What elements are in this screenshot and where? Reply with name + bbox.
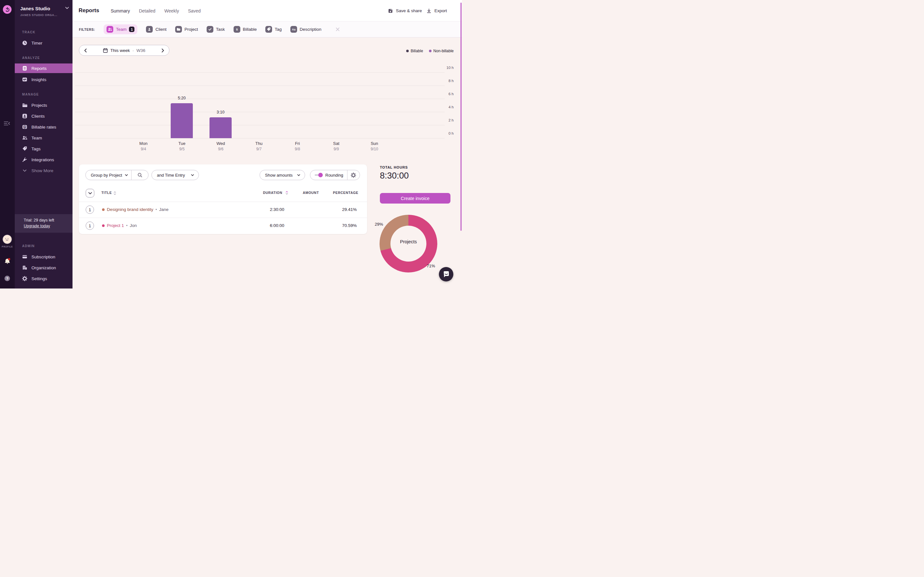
filter-chip-project[interactable]: Project [175,26,198,33]
x-label-fri: Fri9/8 [283,141,312,151]
chart-legend: Billable Non-billable [406,49,454,53]
bar-tue[interactable] [171,103,193,138]
sidebar-item-label: Team [31,135,42,140]
bar-value-label: 3:10 [216,110,224,114]
insights-icon [22,77,27,82]
integrations-icon [22,157,27,162]
team-filter-icon [107,26,113,33]
left-rail: PROFILE ? [0,0,15,288]
chat-launcher[interactable] [439,267,453,282]
bullet-separator: • [156,207,157,212]
table-row[interactable]: 1 Project 1•Jon 6:00:00 70.59% [79,218,367,234]
subgroup-label: and Time Entry [157,173,185,177]
vertical-scrollbar[interactable] [460,3,462,231]
sidebar-item-projects[interactable]: Projects [15,100,73,110]
folder-icon [22,103,27,108]
rounding-toggle[interactable] [315,173,322,177]
bar-wed[interactable] [210,117,232,138]
sidebar-item-settings[interactable]: Settings [15,274,73,284]
avatar[interactable] [3,235,12,244]
workspace-org: JANES STUDIO ORGA... [20,13,57,17]
date-range-picker[interactable]: This week · W36 [79,45,170,56]
reports-page: PROFILE ? Janes Studio JANES STUDIO ORGA… [0,0,462,288]
sidebar-item-label: Projects [31,103,47,108]
team-icon [22,135,27,140]
bell-icon[interactable] [4,258,11,265]
sidebar-item-timer[interactable]: Timer [15,38,73,48]
billable-dot [406,50,409,52]
next-week-icon[interactable] [162,48,164,53]
filter-chip-description[interactable]: Aa Description [290,26,321,33]
sidebar-item-tags[interactable]: Tags [15,144,73,153]
date-range-label: This week [110,48,130,53]
prev-week-icon[interactable] [84,48,87,53]
tab-saved[interactable]: Saved [188,8,201,13]
column-header-percentage[interactable]: PERCENTAGE [333,191,359,195]
sidebar-item-insights[interactable]: Insights [15,75,73,84]
legend-non-billable[interactable]: Non-billable [429,49,454,53]
tab-weekly[interactable]: Weekly [164,8,179,13]
app-logo[interactable] [3,5,11,14]
clear-filters-icon[interactable] [335,27,340,32]
filter-chip-tag[interactable]: Tag [265,26,282,33]
save-share-button[interactable]: Save & share [388,0,422,21]
total-hours-value: 8:30:00 [380,171,409,181]
section-label-analyze: ANALYZE [22,56,40,60]
row-title[interactable]: Designing brand identity [107,207,153,212]
project-color-dot [102,224,105,227]
rounding-settings-gear-icon[interactable] [347,172,360,178]
create-invoice-button[interactable]: Create invoice [380,193,451,203]
row-count-badge[interactable]: 1 [86,221,94,230]
upgrade-link[interactable]: Upgrade today [24,224,50,228]
tab-detailed[interactable]: Detailed [139,8,155,13]
filter-chip-label: Project [184,27,198,32]
sidebar-item-show-more[interactable]: Show More [15,166,73,175]
legend-billable[interactable]: Billable [406,49,423,53]
legend-label: Billable [411,49,423,53]
table-row[interactable]: 1 Designing brand identity•Jane 2:30:00 … [79,202,367,218]
tab-summary[interactable]: Summary [111,8,130,13]
gridline [75,138,445,139]
show-amounts-dropdown[interactable]: Show amounts [260,170,305,180]
sidebar-item-billable-rates[interactable]: $ Billable rates [15,122,73,132]
sidebar-item-clients[interactable]: Clients [15,111,73,121]
x-label-sun: Sun9/10 [360,141,389,151]
gridline [75,99,445,99]
sidebar-item-team[interactable]: Team [15,133,73,143]
sidebar-item-integrations[interactable]: Integrations [15,155,73,164]
summary-card: Group by Project and Time Entry Show amo… [79,164,367,234]
subgroup-dropdown[interactable]: and Time Entry [152,170,199,180]
reports-icon [22,66,27,71]
trial-text: Trial: 29 days left [24,218,73,222]
non-billable-dot [429,50,431,52]
row-title[interactable]: Project 1 [107,223,124,228]
bullet-separator: • [126,223,128,228]
bar-column-wed: 3:10 [210,110,232,138]
organization-icon [22,265,27,270]
sidebar-item-subscription[interactable]: Subscription [15,252,73,261]
column-header-title[interactable]: TITLE [102,191,116,195]
sidebar-item-label: Tags [31,147,41,151]
export-button[interactable]: Export [426,0,447,21]
y-tick: 8 h [435,79,454,83]
column-header-duration[interactable]: DURATION [263,191,288,195]
sidebar-item-reports[interactable]: Reports [15,63,73,73]
help-icon[interactable]: ? [5,276,10,281]
filter-chip-task[interactable]: Task [207,26,225,33]
filter-chip-billable[interactable]: $ Billable [234,26,257,33]
row-count-badge[interactable]: 1 [86,205,94,214]
filter-chip-team[interactable]: Team 1 [103,24,137,34]
sidebar-item-organization[interactable]: Organization [15,263,73,272]
group-by-dropdown[interactable]: Group by Project [86,170,149,180]
search-icon[interactable] [132,172,148,177]
sort-duration-icon[interactable] [286,191,288,195]
filter-chip-client[interactable]: Client [146,26,166,33]
filters-label: FILTERS: [79,27,95,31]
power-icon [5,7,10,12]
sort-title-icon[interactable] [113,191,116,195]
filter-chip-label: Description [300,27,321,32]
column-header-amount[interactable]: AMOUNT [303,191,319,195]
collapse-sidebar-icon[interactable] [4,121,10,126]
bar-column-tue: 5:20 [171,96,193,138]
expand-all-button[interactable] [86,189,94,197]
